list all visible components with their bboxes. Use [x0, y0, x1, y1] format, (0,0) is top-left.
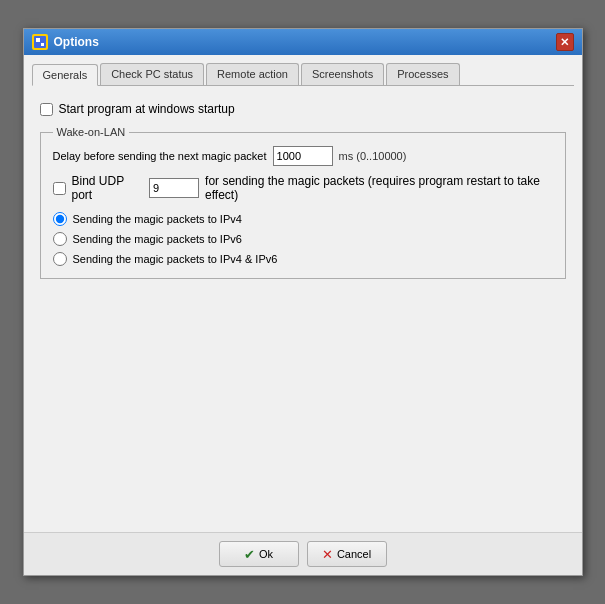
startup-checkbox[interactable] — [40, 103, 53, 116]
ok-icon: ✔ — [244, 547, 255, 562]
radio-ipv4-ipv6[interactable] — [53, 252, 67, 266]
cancel-icon: ✕ — [322, 547, 333, 562]
radio-ipv4-label: Sending the magic packets to IPv4 — [73, 213, 242, 225]
startup-label: Start program at windows startup — [59, 102, 235, 116]
delay-label: Delay before sending the next magic pack… — [53, 150, 267, 162]
title-bar-left: Options — [32, 34, 99, 50]
tab-check-pc-status[interactable]: Check PC status — [100, 63, 204, 85]
radio-row-ipv6: Sending the magic packets to IPv6 — [53, 232, 553, 246]
cancel-button[interactable]: ✕ Cancel — [307, 541, 387, 567]
startup-row: Start program at windows startup — [40, 102, 566, 116]
content-area: Start program at windows startup Wake-on… — [32, 94, 574, 524]
radio-ipv6-label: Sending the magic packets to IPv6 — [73, 233, 242, 245]
cancel-label: Cancel — [337, 548, 371, 560]
radio-ipv4[interactable] — [53, 212, 67, 226]
close-button[interactable]: ✕ — [556, 33, 574, 51]
delay-row: Delay before sending the next magic pack… — [53, 146, 553, 166]
app-icon — [32, 34, 48, 50]
window-body: Generals Check PC status Remote action S… — [24, 55, 582, 532]
tab-bar: Generals Check PC status Remote action S… — [32, 63, 574, 86]
options-dialog: Options ✕ Generals Check PC status Remot… — [23, 28, 583, 576]
bind-checkbox[interactable] — [53, 182, 66, 195]
ok-button[interactable]: ✔ Ok — [219, 541, 299, 567]
bind-label: Bind UDP port — [72, 174, 144, 202]
delay-suffix: ms (0..10000) — [339, 150, 407, 162]
wol-group: Wake-on-LAN Delay before sending the nex… — [40, 126, 566, 279]
radio-row-ipv4: Sending the magic packets to IPv4 — [53, 212, 553, 226]
radio-row-ipv4ipv6: Sending the magic packets to IPv4 & IPv6 — [53, 252, 553, 266]
svg-rect-2 — [41, 43, 44, 46]
footer: ✔ Ok ✕ Cancel — [24, 532, 582, 575]
bind-port-input[interactable] — [149, 178, 199, 198]
title-bar: Options ✕ — [24, 29, 582, 55]
window-title: Options — [54, 35, 99, 49]
wol-legend: Wake-on-LAN — [53, 126, 130, 138]
svg-rect-1 — [36, 38, 40, 42]
radio-ipv6[interactable] — [53, 232, 67, 246]
delay-input[interactable] — [273, 146, 333, 166]
radio-group: Sending the magic packets to IPv4 Sendin… — [53, 212, 553, 266]
tab-processes[interactable]: Processes — [386, 63, 459, 85]
bind-suffix: for sending the magic packets (requires … — [205, 174, 552, 202]
tab-screenshots[interactable]: Screenshots — [301, 63, 384, 85]
tab-remote-action[interactable]: Remote action — [206, 63, 299, 85]
radio-ipv4-ipv6-label: Sending the magic packets to IPv4 & IPv6 — [73, 253, 278, 265]
bind-row: Bind UDP port for sending the magic pack… — [53, 174, 553, 202]
ok-label: Ok — [259, 548, 273, 560]
tab-generals[interactable]: Generals — [32, 64, 99, 86]
